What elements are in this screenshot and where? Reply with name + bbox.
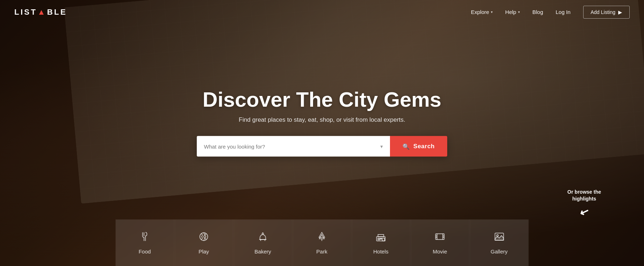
navbar: LIST▲BLE Explore ▾ Help ▾ Blog Log In Ad… [0,0,644,24]
search-button-label: Search [413,143,435,150]
search-magnifier-icon: 🔍 [402,143,410,150]
category-park[interactable]: Park [293,219,352,266]
category-bakery[interactable]: Bakery [234,219,293,266]
food-label: Food [138,248,151,255]
nav-help[interactable]: Help ▾ [505,9,520,15]
bakery-icon [257,231,269,244]
add-listing-button[interactable]: Add Listing ▶ [583,6,630,19]
category-gallery[interactable]: Gallery [470,219,529,266]
svg-point-17 [497,235,498,237]
logo-part1: LIST [14,8,37,16]
logo-part2: BLE [47,8,67,16]
gallery-icon [493,231,505,244]
food-icon [139,231,151,244]
svg-rect-6 [382,238,385,241]
movie-label: Movie [433,248,447,255]
browse-hint: Or browse thehighlights ↙ [567,189,601,219]
category-play[interactable]: Play [175,219,234,266]
category-food[interactable]: Food [116,219,175,266]
nav-links: Explore ▾ Help ▾ Blog Log In Add Listing… [471,6,630,19]
explore-chevron: ▾ [491,10,493,14]
help-chevron: ▾ [518,10,520,14]
hero-content: Discover The City Gems Find great places… [197,88,447,157]
categories-bar: Food Play [116,219,529,266]
logo[interactable]: LIST▲BLE [14,8,67,17]
movie-icon [434,231,446,244]
svg-rect-7 [378,238,380,240]
add-listing-arrow-icon: ▶ [618,9,622,15]
svg-rect-5 [378,234,384,237]
logo-arrow: ▲ [38,8,47,16]
park-icon [316,231,328,244]
search-dropdown-arrow-icon[interactable]: ▾ [380,144,383,149]
nav-login[interactable]: Log In [556,9,571,15]
hero-subtitle: Find great places to stay, eat, shop, or… [197,116,447,124]
explore-label: Explore [471,9,489,15]
search-input[interactable] [204,143,377,149]
hotels-icon [375,231,387,244]
search-bar: ▾ 🔍 Search [197,136,447,157]
play-label: Play [199,248,209,255]
add-listing-label: Add Listing [591,9,615,15]
search-button[interactable]: 🔍 Search [390,136,447,157]
login-label: Log In [556,9,571,15]
category-hotels[interactable]: Hotels [352,219,411,266]
hero-title: Discover The City Gems [197,88,447,111]
help-label: Help [505,9,516,15]
nav-blog[interactable]: Blog [532,9,543,15]
park-label: Park [316,248,327,255]
hotels-label: Hotels [373,248,389,255]
logo-text: LIST▲BLE [14,8,67,17]
blog-label: Blog [532,9,543,15]
gallery-label: Gallery [491,248,508,255]
play-icon [198,231,210,244]
search-input-wrapper[interactable]: ▾ [197,136,390,157]
svg-rect-8 [381,238,382,239]
hero-section: LIST▲BLE Explore ▾ Help ▾ Blog Log In Ad… [0,0,644,266]
category-movie[interactable]: Movie [411,219,470,266]
nav-explore[interactable]: Explore ▾ [471,9,493,15]
bakery-label: Bakery [254,248,271,255]
